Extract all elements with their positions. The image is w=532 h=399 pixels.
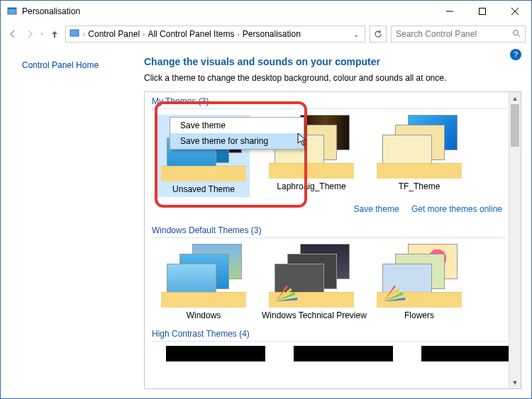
color-fan-icon [381,282,408,303]
context-menu-save-theme[interactable]: Save theme [170,118,304,133]
scroll-thumb[interactable] [511,104,519,147]
theme-tf[interactable]: TF_Theme [373,115,465,197]
get-more-themes-link[interactable]: Get more themes online [411,204,502,214]
maximize-button[interactable] [466,1,499,22]
theme-high-contrast[interactable] [166,346,265,361]
theme-wtp[interactable]: Windows Technical Preview [265,244,358,320]
group-default-themes: Windows Default Themes (3) [145,221,521,237]
breadcrumb-all-items[interactable]: All Control Panel Items [148,29,234,39]
page-heading: Change the visuals and sounds on your co… [144,56,521,67]
context-menu-save-theme-for-sharing[interactable]: Save theme for sharing [170,133,304,149]
theme-high-contrast[interactable] [421,346,521,361]
theme-label: Flowers [404,310,434,320]
theme-high-contrast[interactable] [294,346,393,361]
theme-label: Laphroaig_Theme [277,181,345,191]
theme-label: Unsaved Theme [172,184,235,194]
search-input[interactable] [396,29,512,39]
close-button[interactable] [499,1,531,22]
control-panel-home-link[interactable]: Control Panel Home [22,60,99,70]
chevron-right-icon[interactable]: › [143,30,145,38]
svg-rect-6 [70,30,79,36]
color-fan-icon [273,282,300,303]
svg-point-7 [514,30,519,35]
scroll-up-icon[interactable]: ▲ [509,92,521,104]
search-box[interactable] [391,26,526,43]
main-area: Change the visuals and sounds on your co… [140,47,526,393]
left-nav: Control Panel Home [6,47,140,393]
theme-label: Windows Technical Preview [262,310,361,320]
address-dropdown-icon[interactable]: ⌄ [350,30,362,38]
search-icon[interactable] [512,29,521,40]
default-themes-row: Windows Windows Technical Preview [145,237,521,325]
breadcrumb-personalisation[interactable]: Personalisation [243,29,301,39]
refresh-button[interactable] [370,26,387,43]
theme-flowers[interactable]: Flowers [373,244,465,320]
address-bar[interactable]: › Control Panel › All Control Panel Item… [65,26,365,43]
nav-row: ▾ › Control Panel › All Control Panel It… [1,22,531,46]
history-dropdown-icon[interactable]: ▾ [40,30,44,38]
app-icon [6,6,18,17]
up-button[interactable] [48,28,61,40]
window-title: Personalisation [22,6,433,16]
control-panel-icon [69,28,80,41]
content-body: Control Panel Home Change the visuals an… [6,47,526,393]
mouse-cursor-icon [297,133,309,147]
theme-label: Windows [187,310,221,320]
page-subheading: Click a theme to change the desktop back… [144,73,521,83]
high-contrast-row [145,340,521,361]
svg-rect-1 [8,8,16,9]
scroll-down-icon[interactable]: ▼ [509,376,521,388]
theme-windows[interactable]: Windows [157,244,250,320]
titlebar: Personalisation [1,1,531,22]
minimize-button[interactable] [433,1,466,22]
save-theme-link[interactable]: Save theme [354,204,399,214]
context-menu: Save theme Save theme for sharing [170,117,304,150]
back-button[interactable] [6,28,19,40]
chevron-right-icon[interactable]: › [237,30,239,38]
group-high-contrast: High Contrast Themes (4) [145,325,521,340]
forward-button[interactable] [23,28,36,40]
svg-rect-3 [480,9,486,15]
breadcrumb-control-panel[interactable]: Control Panel [88,29,140,39]
my-themes-links: Save theme Get more themes online [145,201,521,221]
svg-line-8 [518,35,520,37]
group-my-themes: My Themes (3) [145,92,521,108]
theme-label: TF_Theme [399,181,440,191]
chevron-right-icon[interactable]: › [83,30,85,38]
vertical-scrollbar[interactable]: ▲ ▼ [509,92,521,388]
